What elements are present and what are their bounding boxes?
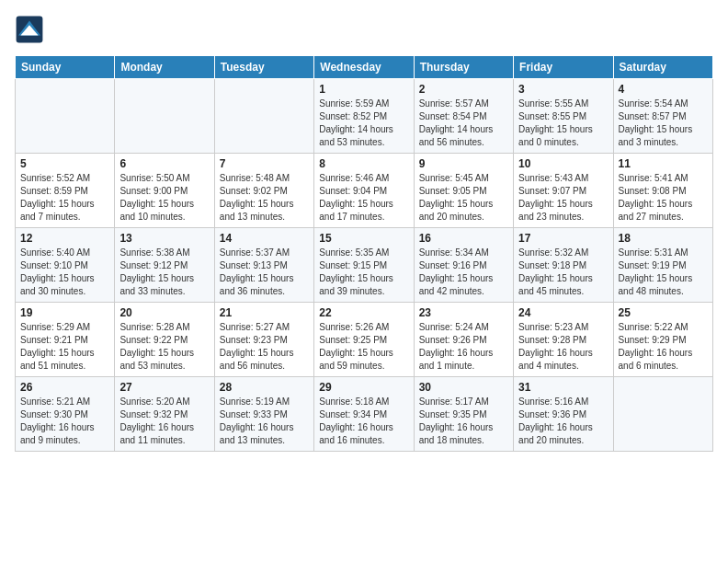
- calendar-cell: 10Sunrise: 5:43 AMSunset: 9:07 PMDayligh…: [514, 154, 613, 228]
- day-number: 14: [220, 232, 309, 245]
- calendar-week-5: 26Sunrise: 5:21 AMSunset: 9:30 PMDayligh…: [16, 377, 713, 452]
- day-number: 6: [119, 157, 209, 170]
- day-number: 25: [619, 306, 708, 319]
- day-number: 30: [419, 381, 508, 394]
- day-number: 17: [518, 232, 608, 245]
- calendar-cell: 13Sunrise: 5:38 AMSunset: 9:12 PMDayligh…: [115, 228, 214, 303]
- day-number: 16: [419, 232, 508, 245]
- weekday-header-friday: Friday: [514, 56, 613, 79]
- day-info: Sunrise: 5:21 AMSunset: 9:30 PMDaylight:…: [20, 396, 109, 447]
- calendar-cell: 7Sunrise: 5:48 AMSunset: 9:02 PMDaylight…: [214, 154, 313, 228]
- day-number: 5: [20, 157, 109, 170]
- calendar-cell: 3Sunrise: 5:55 AMSunset: 8:55 PMDaylight…: [514, 79, 613, 154]
- calendar-cell: 18Sunrise: 5:31 AMSunset: 9:19 PMDayligh…: [613, 228, 712, 303]
- day-number: 18: [619, 232, 708, 245]
- calendar-cell: 26Sunrise: 5:21 AMSunset: 9:30 PMDayligh…: [16, 377, 115, 452]
- day-number: 12: [20, 232, 109, 245]
- day-info: Sunrise: 5:16 AMSunset: 9:36 PMDaylight:…: [518, 396, 608, 447]
- calendar-cell: [214, 79, 313, 154]
- day-number: 2: [419, 83, 508, 96]
- day-info: Sunrise: 5:37 AMSunset: 9:13 PMDaylight:…: [220, 247, 309, 298]
- calendar-cell: [16, 79, 115, 154]
- calendar-cell: 31Sunrise: 5:16 AMSunset: 9:36 PMDayligh…: [514, 377, 613, 452]
- day-number: 15: [319, 232, 408, 245]
- calendar-cell: 27Sunrise: 5:20 AMSunset: 9:32 PMDayligh…: [115, 377, 214, 452]
- day-info: Sunrise: 5:34 AMSunset: 9:16 PMDaylight:…: [419, 247, 508, 298]
- day-info: Sunrise: 5:43 AMSunset: 9:07 PMDaylight:…: [518, 172, 608, 224]
- day-number: 26: [20, 381, 109, 394]
- day-number: 4: [619, 83, 708, 96]
- day-info: Sunrise: 5:32 AMSunset: 9:18 PMDaylight:…: [518, 247, 608, 298]
- calendar-cell: 5Sunrise: 5:52 AMSunset: 8:59 PMDaylight…: [16, 154, 115, 228]
- calendar-cell: [613, 377, 712, 452]
- day-number: 19: [20, 306, 109, 319]
- calendar-cell: 19Sunrise: 5:29 AMSunset: 9:21 PMDayligh…: [16, 303, 115, 377]
- calendar-cell: 15Sunrise: 5:35 AMSunset: 9:15 PMDayligh…: [314, 228, 414, 303]
- day-number: 9: [419, 157, 508, 170]
- calendar-cell: 30Sunrise: 5:17 AMSunset: 9:35 PMDayligh…: [414, 377, 513, 452]
- calendar-cell: 1Sunrise: 5:59 AMSunset: 8:52 PMDaylight…: [314, 79, 414, 154]
- day-number: 10: [518, 157, 608, 170]
- calendar-cell: 22Sunrise: 5:26 AMSunset: 9:25 PMDayligh…: [314, 303, 414, 377]
- day-info: Sunrise: 5:29 AMSunset: 9:21 PMDaylight:…: [20, 321, 109, 373]
- calendar-cell: 11Sunrise: 5:41 AMSunset: 9:08 PMDayligh…: [613, 154, 712, 228]
- day-info: Sunrise: 5:26 AMSunset: 9:25 PMDaylight:…: [319, 321, 408, 373]
- day-info: Sunrise: 5:19 AMSunset: 9:33 PMDaylight:…: [220, 396, 309, 447]
- day-info: Sunrise: 5:41 AMSunset: 9:08 PMDaylight:…: [619, 172, 708, 224]
- calendar-week-4: 19Sunrise: 5:29 AMSunset: 9:21 PMDayligh…: [16, 303, 713, 377]
- calendar-cell: 20Sunrise: 5:28 AMSunset: 9:22 PMDayligh…: [115, 303, 214, 377]
- day-info: Sunrise: 5:18 AMSunset: 9:34 PMDaylight:…: [319, 396, 408, 447]
- day-info: Sunrise: 5:17 AMSunset: 9:35 PMDaylight:…: [419, 396, 508, 447]
- day-info: Sunrise: 5:48 AMSunset: 9:02 PMDaylight:…: [220, 172, 309, 224]
- day-number: 11: [619, 157, 708, 170]
- weekday-header-monday: Monday: [115, 56, 214, 79]
- calendar-cell: 14Sunrise: 5:37 AMSunset: 9:13 PMDayligh…: [214, 228, 313, 303]
- calendar-cell: 24Sunrise: 5:23 AMSunset: 9:28 PMDayligh…: [514, 303, 613, 377]
- day-number: 8: [319, 157, 408, 170]
- calendar-cell: 6Sunrise: 5:50 AMSunset: 9:00 PMDaylight…: [115, 154, 214, 228]
- day-number: 1: [319, 83, 408, 96]
- day-number: 28: [220, 381, 309, 394]
- day-number: 7: [220, 157, 309, 170]
- day-info: Sunrise: 5:31 AMSunset: 9:19 PMDaylight:…: [619, 247, 708, 298]
- calendar-cell: 28Sunrise: 5:19 AMSunset: 9:33 PMDayligh…: [214, 377, 313, 452]
- day-info: Sunrise: 5:45 AMSunset: 9:05 PMDaylight:…: [419, 172, 508, 224]
- day-info: Sunrise: 5:54 AMSunset: 8:57 PMDaylight:…: [619, 98, 708, 149]
- day-info: Sunrise: 5:27 AMSunset: 9:23 PMDaylight:…: [220, 321, 309, 373]
- calendar-cell: 29Sunrise: 5:18 AMSunset: 9:34 PMDayligh…: [314, 377, 414, 452]
- calendar-cell: 21Sunrise: 5:27 AMSunset: 9:23 PMDayligh…: [214, 303, 313, 377]
- day-number: 22: [319, 306, 408, 319]
- weekday-header-row: SundayMondayTuesdayWednesdayThursdayFrid…: [16, 56, 713, 79]
- calendar-cell: [115, 79, 214, 154]
- weekday-header-sunday: Sunday: [16, 56, 115, 79]
- calendar-body: 1Sunrise: 5:59 AMSunset: 8:52 PMDaylight…: [16, 79, 713, 452]
- logo-icon: [15, 15, 44, 44]
- day-number: 24: [518, 306, 608, 319]
- page-header: [15, 15, 713, 44]
- day-info: Sunrise: 5:59 AMSunset: 8:52 PMDaylight:…: [319, 98, 408, 149]
- calendar-cell: 8Sunrise: 5:46 AMSunset: 9:04 PMDaylight…: [314, 154, 414, 228]
- day-number: 27: [119, 381, 209, 394]
- day-number: 13: [119, 232, 209, 245]
- calendar-cell: 12Sunrise: 5:40 AMSunset: 9:10 PMDayligh…: [16, 228, 115, 303]
- day-info: Sunrise: 5:24 AMSunset: 9:26 PMDaylight:…: [419, 321, 508, 373]
- day-info: Sunrise: 5:50 AMSunset: 9:00 PMDaylight:…: [119, 172, 209, 224]
- calendar-cell: 4Sunrise: 5:54 AMSunset: 8:57 PMDaylight…: [613, 79, 712, 154]
- calendar-cell: 17Sunrise: 5:32 AMSunset: 9:18 PMDayligh…: [514, 228, 613, 303]
- weekday-header-thursday: Thursday: [414, 56, 513, 79]
- day-info: Sunrise: 5:22 AMSunset: 9:29 PMDaylight:…: [619, 321, 708, 373]
- day-info: Sunrise: 5:55 AMSunset: 8:55 PMDaylight:…: [518, 98, 608, 149]
- day-info: Sunrise: 5:38 AMSunset: 9:12 PMDaylight:…: [119, 247, 209, 298]
- day-info: Sunrise: 5:40 AMSunset: 9:10 PMDaylight:…: [20, 247, 109, 298]
- day-number: 21: [220, 306, 309, 319]
- weekday-header-tuesday: Tuesday: [214, 56, 313, 79]
- day-info: Sunrise: 5:20 AMSunset: 9:32 PMDaylight:…: [119, 396, 209, 447]
- calendar-cell: 9Sunrise: 5:45 AMSunset: 9:05 PMDaylight…: [414, 154, 513, 228]
- logo: [15, 15, 48, 44]
- day-info: Sunrise: 5:28 AMSunset: 9:22 PMDaylight:…: [119, 321, 209, 373]
- calendar-header: SundayMondayTuesdayWednesdayThursdayFrid…: [16, 56, 713, 79]
- day-number: 23: [419, 306, 508, 319]
- day-info: Sunrise: 5:23 AMSunset: 9:28 PMDaylight:…: [518, 321, 608, 373]
- calendar-week-3: 12Sunrise: 5:40 AMSunset: 9:10 PMDayligh…: [16, 228, 713, 303]
- calendar-week-2: 5Sunrise: 5:52 AMSunset: 8:59 PMDaylight…: [16, 154, 713, 228]
